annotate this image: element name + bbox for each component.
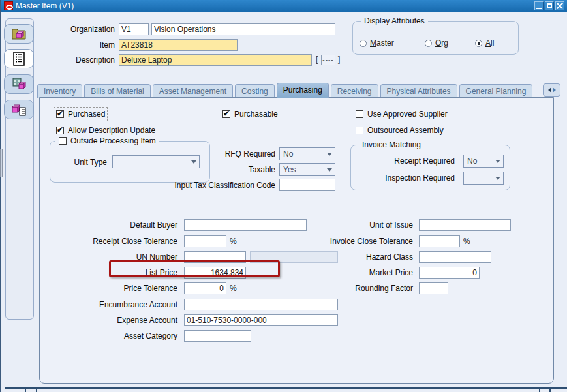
chevron-down-icon (495, 160, 500, 166)
receipt-close-tolerance-label: Receipt Close Tolerance (54, 237, 177, 246)
encumbrance-account-field[interactable] (184, 299, 338, 310)
background-window-sliver (0, 149, 3, 177)
asset-category-field[interactable] (184, 330, 251, 342)
maximize-icon (547, 3, 552, 8)
input-tax-classification-code-field[interactable] (279, 179, 335, 191)
tab-bar: Inventory Bills of Material Asset Manage… (37, 83, 534, 98)
checkbox-checked-icon (56, 127, 64, 134)
chevron-down-icon (327, 153, 332, 158)
hazard-class-label: Hazard Class (289, 252, 413, 262)
description-label: Description (37, 55, 115, 65)
org-item-button[interactable] (4, 74, 34, 94)
list-price-field[interactable] (184, 267, 246, 279)
rounding-factor-field[interactable] (419, 282, 448, 294)
radio-icon (360, 40, 367, 47)
minimize-button[interactable] (534, 1, 544, 10)
expense-account-field[interactable] (184, 314, 338, 326)
checkbox-checked-icon (222, 110, 230, 118)
rounding-factor-label: Rounding Factor (289, 284, 413, 293)
percent-suffix: % (230, 284, 237, 293)
checkbox-unchecked-icon (356, 110, 363, 118)
default-buyer-field[interactable] (184, 219, 307, 231)
chevron-down-icon (327, 168, 332, 174)
radio-icon (425, 40, 432, 47)
flexfield-open-bracket: [ (316, 55, 318, 64)
mdi-tick (549, 389, 551, 392)
outsourced-assembly-checkbox[interactable]: Outsourced Assembly (356, 126, 444, 135)
tab-receiving[interactable]: Receiving (331, 84, 378, 98)
item-list-button[interactable] (4, 49, 34, 68)
inspection-required-select[interactable] (463, 172, 504, 185)
tab-purchasing[interactable]: Purchasing (277, 83, 329, 98)
tab-inventory[interactable]: Inventory (37, 84, 82, 98)
item-folder-button[interactable] (4, 24, 34, 44)
hazard-class-field[interactable] (419, 251, 491, 263)
organization-code-field[interactable] (119, 23, 149, 35)
unit-of-issue-field[interactable] (419, 219, 511, 231)
purchased-checkbox[interactable]: Purchased (56, 110, 105, 119)
descriptive-flexfield-button[interactable]: ---- (321, 55, 335, 65)
master-item-window: Master Item (V1) (0, 0, 567, 392)
tab-scroll-button[interactable] (543, 83, 560, 97)
chevron-down-icon (495, 177, 500, 183)
encumbrance-account-label: Encumbrance Account (54, 300, 177, 309)
close-button[interactable] (555, 1, 564, 10)
checkbox-unchecked-icon (356, 127, 363, 134)
window-title: Master Item (V1) (16, 1, 74, 10)
market-price-field[interactable] (419, 267, 480, 279)
receipt-close-tolerance-field[interactable] (184, 235, 226, 247)
item-catalog-icon (11, 102, 27, 117)
market-price-label: Market Price (289, 268, 413, 277)
list-price-label: List Price (54, 268, 177, 277)
invoice-matching-title: Invoice Matching (359, 140, 424, 149)
tab-asset-management[interactable]: Asset Management (153, 84, 233, 98)
tab-costing[interactable]: Costing (235, 84, 275, 98)
allow-description-update-checkbox[interactable]: Allow Description Update (56, 126, 155, 135)
outside-processing-item-checkbox[interactable]: Outside Processing Item (55, 136, 159, 145)
item-label: Item (37, 40, 115, 50)
item-folder-icon (11, 26, 27, 42)
chevron-down-icon (191, 160, 196, 166)
maximize-button[interactable] (545, 1, 554, 10)
purchasable-checkbox[interactable]: Purchasable (222, 110, 278, 119)
mdi-tick (25, 389, 26, 392)
sidebar-tab-strip (5, 18, 34, 320)
radio-master[interactable]: Master (360, 38, 394, 48)
use-approved-supplier-checkbox[interactable]: Use Approved Supplier (356, 110, 448, 119)
tab-physical-attributes[interactable]: Physical Attributes (380, 84, 457, 98)
display-attributes-title: Display Attributes (361, 16, 428, 25)
title-bar[interactable]: Master Item (V1) (1, 0, 567, 12)
item-list-icon (11, 51, 27, 67)
tab-general-planning[interactable]: General Planning (459, 84, 533, 98)
unit-type-label: Unit Type (50, 158, 107, 167)
default-buyer-label: Default Buyer (54, 220, 177, 230)
price-tolerance-field[interactable] (184, 282, 226, 294)
un-number-field[interactable] (184, 251, 246, 263)
radio-selected-icon (475, 40, 482, 47)
invoice-close-tolerance-label: Invoice Close Tolerance (289, 237, 413, 246)
rfq-required-label: RFQ Required (197, 149, 275, 158)
scroll-left-icon (545, 87, 551, 93)
item-field[interactable] (119, 39, 238, 51)
description-field[interactable] (119, 54, 312, 66)
asset-category-label: Asset Category (54, 331, 177, 340)
price-tolerance-label: Price Tolerance (54, 284, 177, 293)
minimize-icon (536, 8, 542, 9)
rfq-required-select[interactable]: No (279, 147, 335, 160)
percent-suffix: % (230, 237, 237, 246)
checkbox-unchecked-icon (59, 137, 67, 145)
unit-type-select[interactable] (112, 155, 200, 168)
receipt-required-select[interactable]: No (463, 155, 504, 168)
expense-account-label: Expense Account (54, 316, 177, 325)
input-tax-classification-code-label: Input Tax Classification Code (150, 181, 275, 190)
taxable-select[interactable]: Yes (279, 163, 335, 176)
tab-bills-of-material[interactable]: Bills of Material (84, 84, 150, 98)
mdi-left-edge (0, 0, 1, 392)
invoice-close-tolerance-field[interactable] (419, 235, 460, 247)
percent-suffix: % (463, 237, 470, 246)
radio-all[interactable]: All (475, 38, 494, 48)
organization-name-field[interactable] (151, 23, 335, 35)
item-catalog-button[interactable] (4, 100, 34, 119)
radio-org[interactable]: Org (425, 38, 448, 48)
unit-of-issue-label: Unit of Issue (289, 220, 413, 230)
